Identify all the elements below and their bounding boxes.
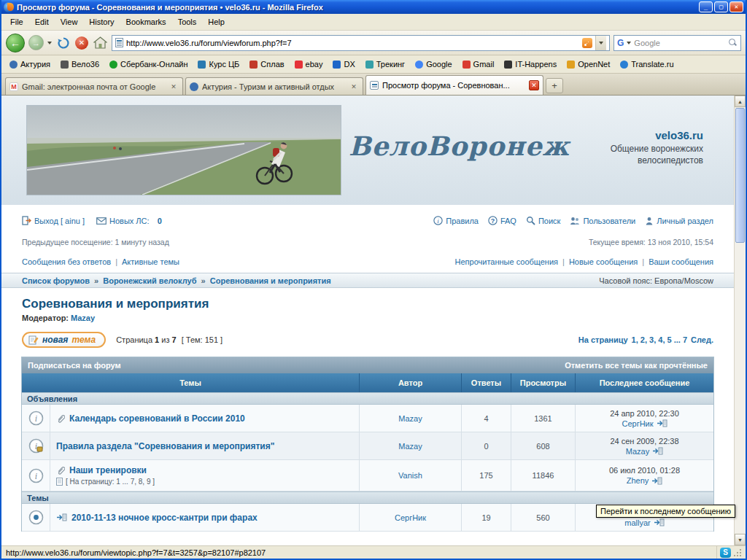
bookmark-label: IT-Happens: [515, 60, 557, 69]
scrollbar-thumb[interactable]: [735, 108, 745, 243]
bookmark-favicon: [295, 61, 303, 69]
menu-item[interactable]: Tools: [172, 15, 203, 29]
your-posts-link[interactable]: Ваши сообщения: [649, 257, 713, 266]
tab-close-icon[interactable]: ✕: [529, 80, 539, 90]
user-control-panel-link[interactable]: Личный раздел: [645, 217, 713, 225]
bookmark-item[interactable]: DX: [328, 58, 360, 70]
bookmark-favicon: [61, 61, 69, 69]
menu-item[interactable]: View: [55, 15, 84, 29]
tab-close-icon[interactable]: ✕: [349, 82, 359, 92]
members-link[interactable]: Пользователи: [570, 217, 635, 225]
search-box[interactable]: G Google: [614, 35, 741, 51]
topic-title-link[interactable]: Календарь соревнований в России 2010: [69, 413, 245, 424]
statusbar-addon-panel: S: [716, 546, 745, 559]
rules-link[interactable]: i Правила: [433, 216, 479, 225]
close-button[interactable]: ✕: [729, 1, 743, 12]
search-go-icon[interactable]: [728, 38, 738, 47]
tab-close-icon[interactable]: ✕: [169, 82, 179, 92]
logout-link[interactable]: Выход [ ainu ]: [22, 216, 85, 225]
scroll-up-button[interactable]: ▲: [735, 96, 746, 107]
topic-title-link[interactable]: 2010-11-13 ночное кросс-кантри при фарах: [71, 513, 258, 523]
scroll-down-button[interactable]: ▼: [735, 534, 746, 545]
subscribe-forum-link[interactable]: Подписаться на форум: [28, 361, 121, 370]
title-bar: Просмотр форума - Соревнования и меропри…: [1, 0, 746, 14]
bookmark-item[interactable]: Google: [410, 58, 457, 70]
topic-title-link[interactable]: Наши тренировки: [69, 465, 147, 475]
breadcrumb-board-index[interactable]: Список форумов: [22, 276, 90, 285]
rss-icon[interactable]: [582, 38, 592, 48]
last-post-author-link[interactable]: Zheny: [627, 476, 649, 485]
search-link[interactable]: Поиск: [526, 216, 560, 225]
skype-icon[interactable]: S: [720, 548, 731, 558]
active-topics-link[interactable]: Активные темы: [122, 257, 179, 266]
column-header-views: Просмотры: [511, 373, 575, 392]
stop-button[interactable]: ✕: [75, 36, 88, 50]
last-post-author-link[interactable]: Mazay: [626, 447, 649, 456]
bookmark-item[interactable]: Актурия: [4, 58, 55, 70]
bookmark-item[interactable]: Gmail: [457, 58, 500, 70]
bookmark-label: Сплав: [260, 60, 284, 69]
menu-item[interactable]: Help: [202, 15, 231, 29]
last-post-author-link[interactable]: mallyar: [624, 518, 650, 527]
bookmark-label: DX: [344, 60, 355, 69]
page-title: Соревнования и мероприятия: [22, 297, 713, 311]
menu-item[interactable]: Edit: [29, 15, 55, 29]
faq-link[interactable]: ? FAQ: [488, 216, 516, 225]
author-link[interactable]: Vanish: [398, 471, 422, 480]
menu-item[interactable]: Bookmarks: [120, 15, 172, 29]
maximize-button[interactable]: ▢: [714, 1, 728, 12]
tab-akturia[interactable]: Актурия - Туризм и активный отдых ✕: [185, 77, 363, 95]
private-messages-link[interactable]: Новых ЛС: 0: [96, 217, 162, 225]
bookmark-item[interactable]: Вело36: [55, 58, 104, 70]
refresh-button[interactable]: [55, 35, 71, 51]
minimize-button[interactable]: _: [699, 1, 713, 12]
session-meta-row: Предыдущее посещение: 1 минуту назад Тек…: [1, 225, 734, 246]
table-row: i Календарь соревнований в России 2010 M…: [22, 405, 713, 432]
breadcrumb-category[interactable]: Воронежский велоклуб: [103, 276, 196, 285]
bookmark-item[interactable]: Сбербанк-Онлайн: [104, 58, 193, 70]
topic-title-link[interactable]: Правила раздела "Соревнования и мероприя…: [56, 441, 274, 451]
bookmark-item[interactable]: Трекинг: [360, 58, 410, 70]
new-tab-button[interactable]: +: [546, 78, 563, 93]
new-topic-button[interactable]: новая тема: [22, 332, 106, 348]
bookmark-favicon: [109, 61, 117, 69]
author-link[interactable]: Mazay: [398, 442, 422, 451]
bookmark-item[interactable]: IT-Happens: [499, 58, 562, 70]
url-dropdown-button[interactable]: [595, 36, 606, 50]
bookmark-item[interactable]: Сплав: [244, 58, 289, 70]
tab-forum-active[interactable]: Просмотр форума - Соревнован... ✕: [365, 75, 543, 95]
tab-gmail[interactable]: Gmail: электронная почта от Google ✕: [5, 77, 183, 95]
menu-item[interactable]: File: [4, 15, 29, 29]
site-logo[interactable]: ВелоВоронеж: [349, 131, 570, 161]
bookmark-item[interactable]: Translate.ru: [615, 58, 678, 70]
url-bar[interactable]: http://www.velo36.ru/forum/viewforum.php…: [112, 35, 610, 51]
unread-posts-link[interactable]: Непрочитанные сообщения: [455, 257, 559, 266]
search-engine-dropdown-icon[interactable]: [627, 42, 631, 44]
moderator-link[interactable]: Mazay: [71, 314, 95, 322]
bookmark-item[interactable]: OpenNet: [562, 58, 615, 70]
bookmark-label: Вело36: [71, 60, 99, 69]
pagination-pages[interactable]: 1, 2, 3, 4, 5 ... 7: [632, 335, 687, 344]
back-button[interactable]: ←: [6, 34, 25, 52]
history-dropdown-icon[interactable]: [47, 42, 52, 44]
search-input[interactable]: Google: [634, 39, 725, 47]
url-input[interactable]: http://www.velo36.ru/forum/viewforum.php…: [126, 39, 579, 47]
breadcrumb-forum[interactable]: Соревнования и мероприятия: [210, 276, 331, 285]
resize-grip[interactable]: [733, 548, 742, 557]
author-link[interactable]: Mazay: [398, 414, 422, 423]
bookmark-favicon: [462, 61, 471, 69]
breadcrumb: Список форумов » Воронежский велоклуб » …: [1, 273, 734, 288]
bookmark-item[interactable]: ebay: [290, 58, 328, 70]
goto-pages[interactable]: [ На страницу: 1 ... 7, 8, 9 ]: [66, 478, 155, 486]
pagination-next-link[interactable]: След.: [691, 335, 713, 344]
author-link[interactable]: СергНик: [395, 513, 426, 522]
home-button[interactable]: [92, 35, 108, 51]
bookmark-item[interactable]: Курс ЦБ: [193, 58, 244, 70]
new-posts-link[interactable]: Новые сообщения: [569, 257, 638, 266]
mark-topics-read-link[interactable]: Отметить все темы как прочтённые: [565, 361, 708, 370]
unanswered-posts-link[interactable]: Сообщения без ответов: [22, 257, 111, 266]
menu-item[interactable]: History: [83, 15, 120, 29]
vertical-scrollbar[interactable]: ▲ ▼: [734, 96, 746, 545]
forward-button[interactable]: →: [28, 35, 44, 50]
last-post-author-link[interactable]: СергНик: [622, 419, 653, 428]
